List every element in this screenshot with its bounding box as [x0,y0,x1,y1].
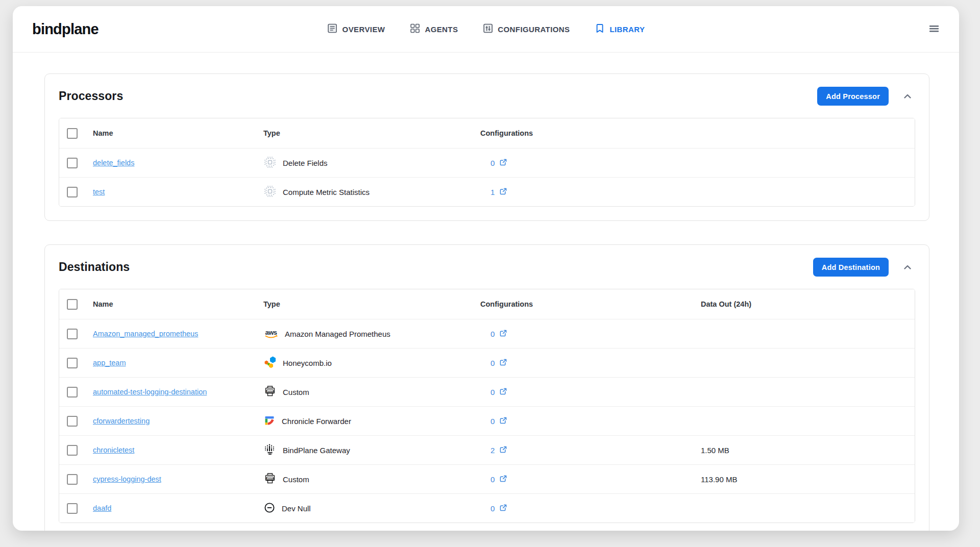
resource-name-link[interactable]: automated-test-logging-destination [93,388,207,396]
row-checkbox[interactable] [67,187,78,197]
destinations-section: Destinations Add Destination Name Type C… [44,244,929,531]
custom-printer-icon [263,385,277,400]
row-checkbox[interactable] [67,445,78,456]
row-checkbox[interactable] [67,503,78,514]
nav-item-configurations[interactable]: CONFIGURATIONS [482,23,570,35]
configurations-link[interactable]: 1 [491,187,507,197]
resource-type-label: Amazon Managed Prometheus [285,330,390,338]
external-link-icon [499,387,507,397]
nav-item-agents[interactable]: AGENTS [409,23,458,35]
resource-type-label: Delete Fields [283,159,328,167]
configurations-link[interactable]: 0 [491,475,507,484]
honeycomb-icon [263,356,277,370]
configurations-link[interactable]: 2 [491,445,507,455]
configurations-count: 0 [491,417,495,426]
table-row: test Compute Metric Statistics 1 [59,177,915,206]
configurations-count: 1 [491,188,495,196]
chronicle-icon [263,414,276,428]
nav-label: LIBRARY [609,25,645,34]
destinations-table: Name Type Configurations Data Out (24h) … [59,289,915,523]
table-row: cypress-logging-dest Custom 0 113.90 MB [59,464,915,493]
destinations-title: Destinations [59,260,130,274]
external-link-icon [499,416,507,426]
configurations-icon [482,23,493,35]
external-link-icon [499,475,507,484]
nav-item-overview[interactable]: OVERVIEW [327,23,385,35]
custom-printer-icon [263,472,277,487]
resource-type-label: Custom [283,475,309,484]
column-header-type: Type [263,300,480,308]
table-row: app_team Honeycomb.io 0 [59,348,915,377]
main-nav: OVERVIEW AGENTS CONFIGURATIONS LIBRARY [327,23,645,35]
configurations-link[interactable]: 0 [491,387,507,397]
nav-label: OVERVIEW [342,25,385,34]
column-header-name: Name [93,129,263,137]
row-checkbox[interactable] [67,416,78,427]
top-nav-bar: bindplane OVERVIEW AGENTS CONFIGURATIONS… [13,6,959,53]
configurations-count: 0 [491,475,495,484]
external-link-icon [499,158,507,168]
configurations-count: 0 [491,330,495,338]
devnull-icon [263,502,276,515]
configurations-count: 2 [491,446,495,455]
bindplane-gateway-icon [263,443,277,458]
nav-label: CONFIGURATIONS [498,25,570,34]
resource-name-link[interactable]: cforwardertesting [93,417,150,425]
resource-type-label: BindPlane Gateway [283,446,350,455]
processor-chip-icon [263,185,277,200]
row-checkbox[interactable] [67,329,78,339]
select-all-checkbox[interactable] [67,128,78,139]
configurations-link[interactable]: 0 [491,329,507,339]
resource-name-link[interactable]: delete_fields [93,159,134,167]
processors-section: Processors Add Processor Name Type Confi… [44,73,929,221]
resource-name-link[interactable]: daafd [93,504,111,512]
nav-item-library[interactable]: LIBRARY [594,23,645,35]
select-all-checkbox[interactable] [67,299,78,310]
resource-name-link[interactable]: cypress-logging-dest [93,475,161,483]
library-bookmark-icon [594,23,605,35]
column-header-name: Name [93,300,263,308]
add-processor-button[interactable]: Add Processor [817,87,889,106]
processors-table: Name Type Configurations delete_fields D… [59,118,915,207]
resource-name-link[interactable]: test [93,188,105,196]
table-row: cforwardertesting Chronicle Forwarder 0 [59,406,915,435]
processors-title: Processors [59,89,123,103]
resource-type-label: Honeycomb.io [283,359,332,367]
table-row: chronicletest BindPlane Gateway 2 1.50 M… [59,435,915,464]
table-row: daafd Dev Null 0 [59,493,915,523]
chevron-up-icon[interactable] [900,89,915,104]
configurations-link[interactable]: 0 [491,504,507,513]
agents-grid-icon [409,23,420,35]
resource-name-link[interactable]: Amazon_managed_prometheus [93,330,198,338]
table-row: delete_fields Delete Fields 0 [59,148,915,177]
row-checkbox[interactable] [67,358,78,368]
configurations-count: 0 [491,388,495,396]
library-page: Processors Add Processor Name Type Confi… [13,53,959,531]
resource-name-link[interactable]: app_team [93,359,126,367]
configurations-link[interactable]: 0 [491,358,507,368]
data-out-value: 113.90 MB [701,475,915,484]
processor-chip-icon [263,156,277,170]
table-row: Amazon_managed_prometheus Amazon Managed… [59,319,915,348]
external-link-icon [499,504,507,513]
bindplane-logo: bindplane [32,21,99,38]
resource-type-label: Dev Null [282,504,311,513]
resource-name-link[interactable]: chronicletest [93,446,134,454]
configurations-link[interactable]: 0 [491,416,507,426]
external-link-icon [499,187,507,197]
configurations-count: 0 [491,359,495,367]
resource-type-label: Compute Metric Statistics [283,188,370,196]
add-destination-button[interactable]: Add Destination [813,258,889,277]
external-link-icon [499,445,507,455]
configurations-link[interactable]: 0 [491,158,507,168]
row-checkbox[interactable] [67,387,78,397]
row-checkbox[interactable] [67,474,78,485]
row-checkbox[interactable] [67,158,78,168]
column-header-configurations: Configurations [480,300,701,308]
table-header-row: Name Type Configurations [59,118,915,148]
column-header-type: Type [263,129,480,137]
column-header-data-out: Data Out (24h) [701,300,915,308]
external-link-icon [499,329,507,339]
chevron-up-icon[interactable] [900,260,915,275]
menu-icon[interactable] [928,23,940,35]
